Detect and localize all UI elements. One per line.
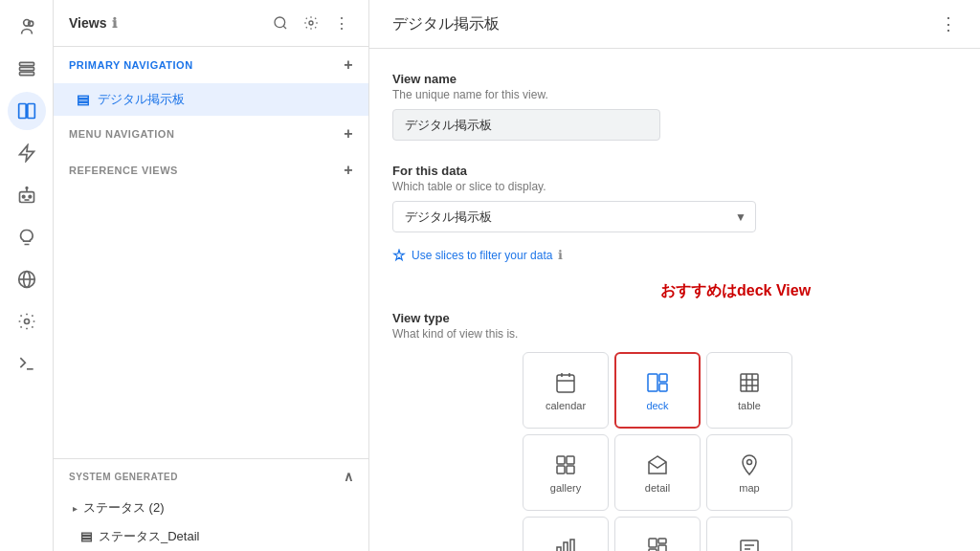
view-type-deck[interactable]: deck	[614, 352, 701, 429]
reference-views-section: REFERENCE VIEWS +	[54, 152, 368, 188]
svg-marker-34	[649, 456, 666, 474]
sidebar-icon-settings[interactable]	[8, 302, 46, 341]
svg-rect-20	[78, 99, 89, 101]
system-item-status-detail[interactable]: ステータス_Detail	[54, 522, 368, 551]
view-type-label: View type	[392, 311, 957, 325]
gallery-icon	[554, 452, 577, 476]
svg-rect-6	[27, 104, 34, 119]
svg-rect-24	[82, 540, 92, 541]
arrow-right-icon: ▸	[73, 503, 78, 514]
reference-views-label: REFERENCE VIEWS	[69, 165, 178, 176]
svg-point-1	[28, 21, 33, 26]
svg-rect-41	[658, 539, 666, 543]
primary-navigation-header[interactable]: PRIMARY NAVIGATION +	[54, 47, 368, 83]
for-this-data-desc: Which table or slice to display.	[392, 180, 957, 193]
view-type-gallery[interactable]: gallery	[523, 434, 609, 511]
svg-point-16	[275, 17, 285, 28]
primary-navigation-section: PRIMARY NAVIGATION + デジタル掲示板	[54, 47, 368, 116]
view-type-form[interactable]: form	[706, 517, 792, 551]
sidebar-icon-list[interactable]	[8, 50, 46, 88]
add-primary-nav-icon[interactable]: +	[344, 56, 353, 74]
svg-rect-37	[564, 542, 568, 551]
system-item-status[interactable]: ▸ ステータス (2)	[54, 494, 368, 522]
svg-rect-23	[82, 537, 92, 539]
svg-point-9	[26, 187, 28, 189]
gear-icon[interactable]	[300, 11, 323, 34]
svg-point-10	[22, 195, 25, 198]
view-type-grid: calendar deck table	[523, 352, 792, 551]
svg-point-14	[24, 320, 29, 324]
svg-rect-19	[78, 96, 89, 98]
svg-rect-27	[659, 374, 667, 382]
views-header-icons: ⋮	[269, 11, 353, 34]
sidebar-icon-globe[interactable]	[8, 260, 46, 298]
svg-rect-25	[557, 375, 574, 392]
sidebar-icon-robot[interactable]	[8, 176, 46, 214]
svg-rect-31	[567, 456, 574, 464]
view-type-detail[interactable]: detail	[614, 434, 701, 511]
slices-info-icon[interactable]: ℹ	[558, 248, 563, 262]
svg-rect-32	[557, 466, 565, 474]
view-name-input[interactable]	[392, 109, 660, 141]
slices-link-text: Use slices to filter your data	[412, 249, 552, 262]
system-item-status-label: ステータス (2)	[83, 499, 165, 517]
search-icon[interactable]	[269, 11, 292, 34]
svg-rect-5	[18, 104, 26, 119]
view-type-table-label: table	[738, 400, 761, 411]
dashboard-icon	[646, 534, 669, 551]
svg-point-11	[29, 195, 32, 198]
svg-line-17	[283, 26, 286, 29]
icon-sidebar	[0, 0, 54, 551]
sidebar-icon-bolt[interactable]	[8, 134, 46, 172]
slices-link[interactable]: Use slices to filter your data ℹ	[392, 248, 957, 262]
svg-marker-7	[19, 145, 33, 162]
nav-item-digital-board[interactable]: デジタル掲示板	[54, 83, 368, 116]
view-type-deck-label: deck	[646, 400, 668, 411]
svg-rect-30	[557, 456, 565, 464]
view-name-section: View name The unique name for this view.	[392, 72, 957, 141]
sidebar-icon-people[interactable]	[8, 8, 46, 46]
system-generated-label: SYSTEM GENERATED	[69, 472, 178, 482]
view-type-gallery-label: gallery	[550, 482, 581, 494]
more-vert-icon[interactable]: ⋮	[330, 11, 353, 34]
list-rows-icon	[77, 92, 90, 107]
svg-rect-28	[659, 384, 667, 391]
data-select[interactable]: デジタル掲示板	[392, 201, 756, 232]
svg-rect-22	[82, 533, 92, 535]
view-type-section: View type What kind of view this is. cal…	[392, 311, 957, 551]
add-menu-nav-icon[interactable]: +	[344, 125, 353, 143]
views-info-icon[interactable]: ℹ	[112, 15, 117, 31]
svg-rect-3	[19, 67, 33, 70]
svg-rect-38	[570, 540, 574, 551]
main-more-icon[interactable]: ⋮	[940, 13, 957, 34]
detail-icon	[646, 452, 669, 476]
svg-rect-40	[649, 539, 657, 547]
views-panel-title: Views ℹ	[69, 15, 261, 31]
sidebar-icon-terminal[interactable]	[8, 344, 46, 383]
views-title-text: Views	[69, 15, 106, 31]
map-icon	[738, 452, 761, 476]
sidebar-icon-views[interactable]	[8, 92, 46, 130]
chart-icon	[554, 534, 577, 551]
calendar-icon	[554, 369, 577, 394]
view-type-dashboard[interactable]: dashboard	[614, 517, 701, 551]
svg-point-18	[309, 21, 313, 25]
view-type-map[interactable]: map	[706, 434, 792, 511]
annotation-text: おすすめはdeck View	[660, 281, 811, 301]
svg-rect-4	[19, 72, 33, 75]
view-type-chart[interactable]: chart	[523, 517, 609, 551]
menu-navigation-section: MENU NAVIGATION +	[54, 116, 368, 152]
system-generated-header[interactable]: SYSTEM GENERATED ∧	[54, 459, 368, 494]
view-name-label: View name	[392, 72, 957, 86]
add-reference-view-icon[interactable]: +	[344, 162, 353, 179]
sidebar-icon-bulb[interactable]	[8, 218, 46, 256]
svg-rect-26	[648, 374, 657, 391]
reference-views-header[interactable]: REFERENCE VIEWS +	[54, 152, 368, 188]
main-content: デジタル掲示板 ⋮ View name The unique name for …	[369, 0, 980, 551]
menu-navigation-header[interactable]: MENU NAVIGATION +	[54, 116, 368, 152]
sparkles-icon	[392, 248, 406, 262]
view-type-table[interactable]: table	[706, 352, 792, 429]
svg-rect-2	[19, 62, 33, 65]
view-type-calendar[interactable]: calendar	[523, 352, 609, 429]
system-item-status-detail-label: ステータス_Detail	[99, 528, 199, 545]
